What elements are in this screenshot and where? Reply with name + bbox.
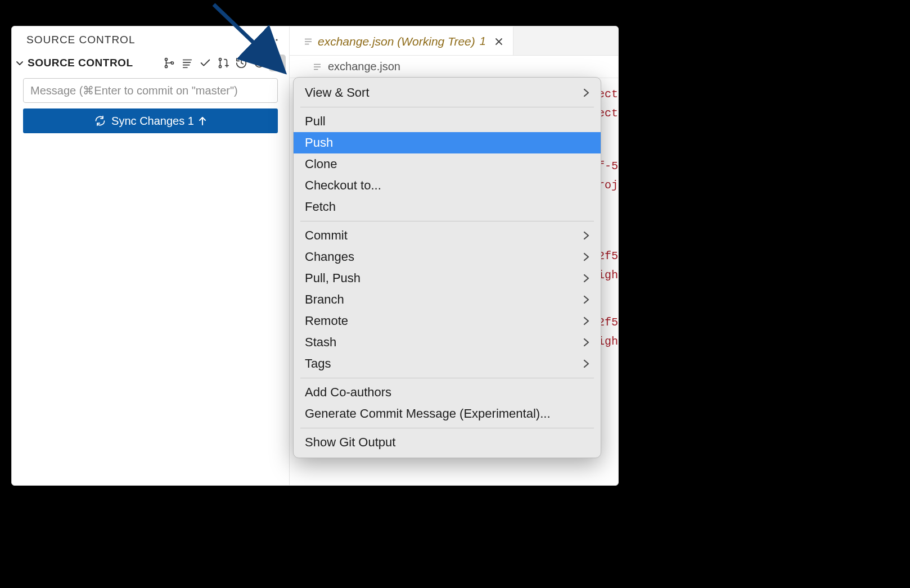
commit-message-input[interactable] — [23, 78, 278, 103]
menu-item-tags[interactable]: Tags — [294, 353, 601, 374]
menu-item-label: Commit — [305, 228, 348, 243]
menu-item-fetch[interactable]: Fetch — [294, 196, 601, 218]
menu-item-label: Clone — [305, 157, 337, 171]
source-control-sidebar: SOURCE CONTROL SOURCE CONTROL — [12, 26, 290, 485]
menu-item-commit[interactable]: Commit — [294, 225, 601, 246]
menu-item-label: Generate Commit Message (Experimental)..… — [305, 406, 551, 421]
editor-tab[interactable]: exchange.json (Working Tree) 1 — [290, 26, 513, 55]
menu-separator — [300, 428, 594, 428]
menu-item-pull[interactable]: Pull — [294, 111, 601, 132]
menu-separator — [300, 378, 594, 378]
sync-icon — [94, 115, 106, 126]
menu-item-stash[interactable]: Stash — [294, 332, 601, 353]
annotation-arrow-icon — [208, 0, 298, 79]
editor-tab-bar: exchange.json (Working Tree) 1 — [290, 26, 618, 56]
menu-item-label: View & Sort — [305, 85, 370, 100]
chevron-right-icon — [583, 338, 589, 347]
scm-more-actions-menu: View & Sort Pull Push Clone Checkout to.… — [293, 77, 601, 458]
menu-item-remote[interactable]: Remote — [294, 310, 601, 332]
sync-changes-button[interactable]: Sync Changes 1 — [23, 108, 278, 133]
menu-item-label: Show Git Output — [305, 435, 395, 450]
list-tree-icon — [181, 57, 193, 69]
menu-item-branch[interactable]: Branch — [294, 289, 601, 310]
chevron-right-icon — [583, 274, 589, 283]
chevron-down-icon — [14, 57, 25, 69]
menu-item-add-coauthors[interactable]: Add Co-authors — [294, 382, 601, 403]
chevron-right-icon — [583, 359, 589, 368]
tab-diff-count: 1 — [480, 35, 486, 48]
menu-item-label: Push — [305, 135, 333, 150]
menu-item-clone[interactable]: Clone — [294, 153, 601, 175]
menu-item-generate-commit-message[interactable]: Generate Commit Message (Experimental)..… — [294, 403, 601, 424]
chevron-right-icon — [583, 295, 589, 304]
menu-item-label: Add Co-authors — [305, 385, 391, 400]
menu-item-label: Pull — [305, 114, 326, 129]
arrow-up-icon — [199, 116, 206, 126]
view-as-tree-button[interactable] — [179, 55, 196, 71]
chevron-right-icon — [583, 316, 589, 325]
menu-item-show-git-output[interactable]: Show Git Output — [294, 432, 601, 453]
menu-item-view-and-sort[interactable]: View & Sort — [294, 82, 601, 103]
menu-item-label: Changes — [305, 250, 354, 264]
menu-item-label: Branch — [305, 292, 344, 307]
menu-item-label: Pull, Push — [305, 271, 361, 286]
menu-item-label: Tags — [305, 356, 331, 371]
close-icon — [494, 37, 503, 46]
sync-changes-label: Sync Changes 1 — [111, 115, 194, 128]
view-graph-button[interactable] — [161, 55, 178, 71]
chevron-right-icon — [583, 231, 589, 240]
file-icon — [312, 62, 322, 72]
tab-label: exchange.json (Working Tree) — [318, 35, 475, 48]
menu-item-label: Stash — [305, 335, 336, 350]
chevron-right-icon — [583, 88, 589, 97]
menu-item-checkout-to[interactable]: Checkout to... — [294, 175, 601, 196]
sidebar-title: SOURCE CONTROL — [26, 34, 135, 46]
tab-close-button[interactable] — [493, 35, 505, 48]
file-icon — [303, 37, 313, 47]
app-window: SOURCE CONTROL SOURCE CONTROL — [11, 26, 619, 486]
menu-item-label: Fetch — [305, 200, 336, 214]
menu-item-changes[interactable]: Changes — [294, 246, 601, 268]
breadcrumb[interactable]: exchange.json — [290, 56, 618, 78]
menu-item-label: Checkout to... — [305, 178, 381, 193]
git-graph-icon — [163, 57, 175, 69]
menu-item-pull-push[interactable]: Pull, Push — [294, 268, 601, 289]
section-title: SOURCE CONTROL — [28, 57, 133, 69]
menu-separator — [300, 221, 594, 221]
breadcrumb-file: exchange.json — [328, 60, 400, 73]
menu-item-label: Remote — [305, 314, 348, 328]
svg-line-25 — [214, 4, 278, 66]
menu-separator — [300, 107, 594, 107]
chevron-right-icon — [583, 252, 589, 261]
menu-item-push[interactable]: Push — [294, 132, 601, 153]
